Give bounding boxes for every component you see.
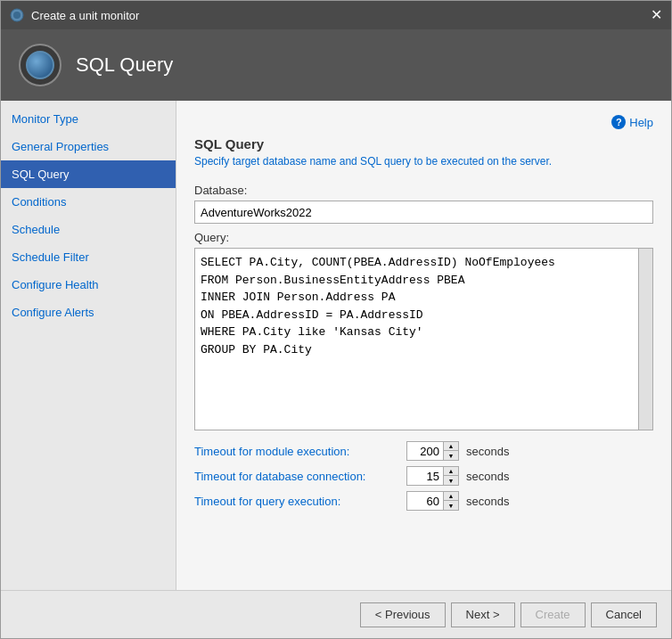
timeout-query-spinner: ▲ ▼ [406, 491, 459, 511]
cancel-button[interactable]: Cancel [591, 602, 657, 627]
sidebar-item-sql-query[interactable]: SQL Query [1, 160, 176, 188]
window-icon [10, 8, 24, 22]
main-content: ? Help SQL Query Specify target database… [176, 101, 671, 590]
timeout-db-label: Timeout for database connection: [194, 470, 399, 483]
footer: < Previous Next > Create Cancel [1, 590, 671, 638]
close-button[interactable]: ✕ [651, 8, 662, 22]
timeout-query-up[interactable]: ▲ [444, 492, 458, 501]
timeout-db-row: Timeout for database connection: ▲ ▼ sec… [194, 466, 653, 486]
section-desc: Specify target database name and SQL que… [194, 155, 653, 168]
timeout-db-up[interactable]: ▲ [444, 467, 458, 476]
query-label: Query: [194, 231, 653, 244]
timeout-query-input[interactable] [407, 492, 443, 510]
timeout-query-row: Timeout for query execution: ▲ ▼ seconds [194, 491, 653, 511]
sidebar-item-monitor-type[interactable]: Monitor Type [1, 105, 176, 133]
timeout-module-down[interactable]: ▼ [444, 451, 458, 460]
create-button[interactable]: Create [520, 602, 586, 627]
database-input[interactable] [194, 201, 653, 224]
content-area: Monitor Type General Properties SQL Quer… [1, 101, 671, 590]
timeout-db-buttons: ▲ ▼ [443, 467, 458, 485]
help-label: Help [629, 116, 653, 129]
header-title: SQL Query [76, 53, 173, 77]
header-icon [19, 44, 61, 86]
timeout-module-buttons: ▲ ▼ [443, 442, 458, 460]
timeout-module-input[interactable] [407, 442, 443, 460]
timeout-query-unit: seconds [466, 495, 509, 508]
timeout-query-label: Timeout for query execution: [194, 495, 399, 508]
sidebar-item-schedule[interactable]: Schedule [1, 216, 176, 243]
timeout-db-spinner: ▲ ▼ [406, 466, 459, 486]
timeout-db-unit: seconds [466, 470, 509, 483]
timeout-module-label: Timeout for module execution: [194, 445, 399, 458]
next-button[interactable]: Next > [451, 602, 515, 627]
sidebar-item-configure-health[interactable]: Configure Health [1, 271, 176, 299]
sidebar-item-configure-alerts[interactable]: Configure Alerts [1, 299, 176, 326]
timeout-query-buttons: ▲ ▼ [443, 492, 458, 510]
help-link[interactable]: ? Help [611, 115, 653, 129]
main-window: Create a unit monitor ✕ SQL Query Monito… [0, 0, 672, 639]
timeout-module-row: Timeout for module execution: ▲ ▼ second… [194, 441, 653, 461]
timeout-section: Timeout for module execution: ▲ ▼ second… [194, 441, 653, 516]
sidebar-item-conditions[interactable]: Conditions [1, 188, 176, 216]
title-bar: Create a unit monitor ✕ [1, 1, 671, 29]
window-title: Create a unit monitor [31, 9, 139, 22]
sidebar-item-general-properties[interactable]: General Properties [1, 133, 176, 160]
timeout-module-up[interactable]: ▲ [444, 442, 458, 451]
timeout-query-down[interactable]: ▼ [444, 501, 458, 510]
svg-point-1 [13, 12, 20, 19]
sidebar: Monitor Type General Properties SQL Quer… [1, 101, 176, 590]
section-title: SQL Query [194, 136, 653, 152]
help-row: ? Help [194, 115, 653, 129]
help-icon: ? [611, 115, 626, 129]
textarea-scrollbar [638, 249, 652, 430]
query-textarea[interactable]: SELECT PA.City, COUNT(PBEA.AddressID) No… [195, 249, 652, 427]
timeout-db-input[interactable] [407, 467, 443, 485]
timeout-db-down[interactable]: ▼ [444, 476, 458, 485]
database-label: Database: [194, 184, 653, 197]
header-area: SQL Query [1, 29, 671, 101]
title-bar-left: Create a unit monitor [10, 8, 139, 22]
previous-button[interactable]: < Previous [360, 602, 446, 627]
query-textarea-wrap: SELECT PA.City, COUNT(PBEA.AddressID) No… [194, 248, 653, 430]
header-icon-inner [26, 51, 54, 79]
timeout-module-unit: seconds [466, 445, 509, 458]
sidebar-item-schedule-filter[interactable]: Schedule Filter [1, 243, 176, 271]
timeout-module-spinner: ▲ ▼ [406, 441, 459, 461]
